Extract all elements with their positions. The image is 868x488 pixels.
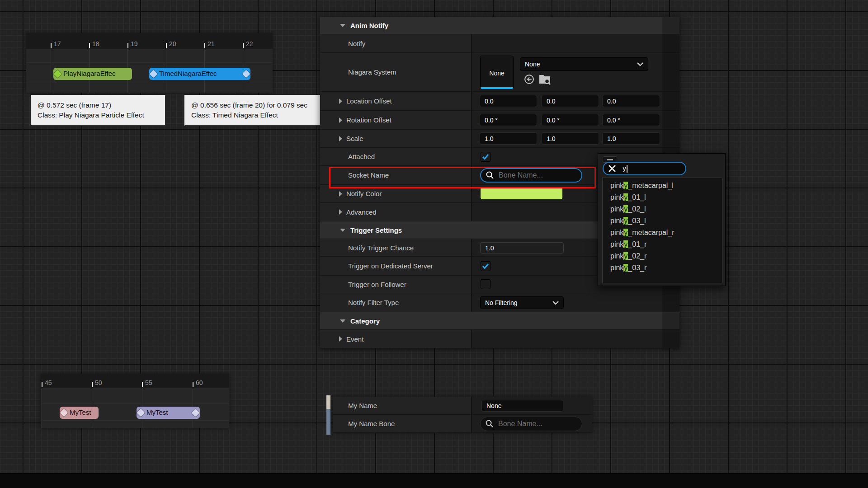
property-label: Notify Color [346,190,382,197]
notify-diamond-icon[interactable] [137,408,145,417]
property-label: Socket Name [348,171,389,179]
notify-color-swatch[interactable] [480,187,563,200]
rotation-x-input[interactable]: 0.0 ° [480,114,537,126]
attached-checkbox-checked[interactable] [481,152,491,162]
collapse-arrow-icon[interactable] [340,24,345,27]
dedicated-server-checkbox-checked[interactable] [481,261,491,271]
trigger-chance-input[interactable]: 1.0 [480,242,564,253]
vector-x-input[interactable]: 0.0 [480,95,537,107]
asset-thumbnail[interactable]: None [480,56,514,89]
bone-name-post: _02_r [628,252,646,260]
row-location-offset: Location Offset 0.0 0.0 0.0 [320,92,679,111]
use-selected-asset-icon[interactable] [524,74,535,85]
section-header-anim-notify[interactable]: Anim Notify [320,17,679,34]
rotation-z-input[interactable]: 0.0 ° [602,114,660,126]
expander-icon[interactable] [339,191,342,197]
notify-end-diamond-icon[interactable] [191,408,199,417]
bone-name-pre: pink [610,229,623,236]
bone-suggestion-list: pinky_metacarpal_l pinky_01_l pinky_02_l… [602,178,722,283]
bone-list-item[interactable]: pinky_02_r [603,250,722,262]
tick-mark [51,43,52,48]
notify-filter-type-dropdown[interactable]: No Filtering [480,296,564,309]
row-my-name: My Name None [333,397,592,415]
bone-search-input[interactable]: y [603,162,686,175]
property-label: Event [346,335,363,343]
property-label: Trigger on Follower [348,281,406,288]
row-scale: Scale 1.0 1.0 1.0 [320,130,679,148]
track-divider [41,404,229,404]
selection-strip-top [326,395,330,409]
tick-mark [127,43,128,48]
clear-search-icon[interactable] [608,164,616,173]
tick-label: 45 [45,379,52,386]
notify-marker-play-niagara[interactable]: PlayNiagaraEffec [53,68,132,80]
bone-list-item[interactable]: pinky_01_l [603,192,722,203]
notify-diamond-icon[interactable] [53,70,61,78]
mytest-details-panel: My Name None My Name Bone Bone Name... [333,397,592,433]
bone-name-post: _metacarpal_r [628,229,674,236]
expander-icon[interactable] [339,136,342,141]
tick-mark [243,43,244,48]
bone-name-match: y [623,240,628,248]
bone-list-item[interactable]: pinky_03_l [603,215,722,227]
notify-diamond-icon[interactable] [60,408,68,417]
tooltip-time: @ 0.656 sec (frame 20) for 0.079 sec [191,100,320,110]
expander-icon[interactable] [339,209,342,215]
row-notify: Notify [320,34,679,53]
bone-name-match: y [623,252,628,260]
expander-icon[interactable] [339,117,342,123]
tooltip-time: @ 0.572 sec (frame 17) [38,100,159,110]
socket-name-search-input[interactable]: Bone Name... [480,168,582,183]
tick-label: 20 [169,40,176,47]
bone-list-item[interactable]: pinky_metacarpal_r [603,227,722,239]
tick-mark [193,382,193,387]
search-icon [485,419,494,428]
bone-list-item[interactable]: pinky_01_r [603,239,722,250]
niagara-asset-combobox[interactable]: None [520,57,648,71]
tick-label: 60 [196,379,203,386]
follower-checkbox-unchecked[interactable] [481,279,491,289]
rotation-y-input[interactable]: 0.0 ° [542,114,599,126]
selection-strip-bottom [326,409,330,435]
property-label: Notify Trigger Chance [348,244,414,252]
notify-marker-timed-niagara[interactable]: TimedNiagaraEffec [149,68,250,80]
collapse-arrow-icon[interactable] [340,229,345,232]
notify-diamond-icon[interactable] [149,70,157,78]
property-label: Notify [348,40,365,47]
notify-tooltip-play: @ 0.572 sec (frame 17) Class: Play Niaga… [31,95,166,126]
scale-z-input[interactable]: 1.0 [602,132,660,145]
notify-end-diamond-icon[interactable] [242,70,250,78]
check-icon [482,263,489,269]
my-name-input[interactable]: None [481,400,563,412]
section-header-category[interactable]: Category [320,312,679,330]
property-label: Niagara System [348,68,396,76]
my-name-bone-search-input[interactable]: Bone Name... [480,417,582,431]
vector-y-input[interactable]: 0.0 [542,95,599,107]
tick-mark [204,43,205,48]
browse-to-asset-icon[interactable] [538,73,552,85]
notify-track-top: 17 18 19 20 21 22 PlayNiagaraEffec Timed… [26,33,273,93]
tick-label: 50 [95,379,102,386]
scale-y-input[interactable]: 1.0 [542,132,599,145]
bottom-dark-band [0,473,868,488]
expander-icon[interactable] [339,336,342,342]
property-label: Location Offset [346,97,392,105]
scale-x-input[interactable]: 1.0 [480,132,537,145]
bone-list-item[interactable]: pinky_03_r [603,262,722,274]
row-niagara-system: Niagara System None None [320,53,679,92]
notify-marker-label: TimedNiagaraEffec [159,70,217,77]
bone-list-item[interactable]: pinky_02_l [603,203,722,215]
row-event: Event [320,330,679,348]
bone-name-pre: pink [610,217,623,225]
timeline-header: 45 50 55 60 [41,374,229,388]
vector-z-input[interactable]: 0.0 [602,95,660,107]
collapse-arrow-icon[interactable] [340,319,345,323]
notify-marker-mytest-2[interactable]: MyTest [137,407,200,419]
thumbnail-type-bar [481,87,513,89]
bone-list-item[interactable]: pinky_metacarpal_l [603,180,722,192]
timeline-header: 17 18 19 20 21 22 [26,33,273,49]
notify-marker-mytest-1[interactable]: MyTest [60,407,99,419]
bone-name-post: _02_l [628,205,646,213]
expander-icon[interactable] [339,99,342,104]
anim-notify-editor-canvas: 17 18 19 20 21 22 PlayNiagaraEffec Timed… [0,0,868,488]
